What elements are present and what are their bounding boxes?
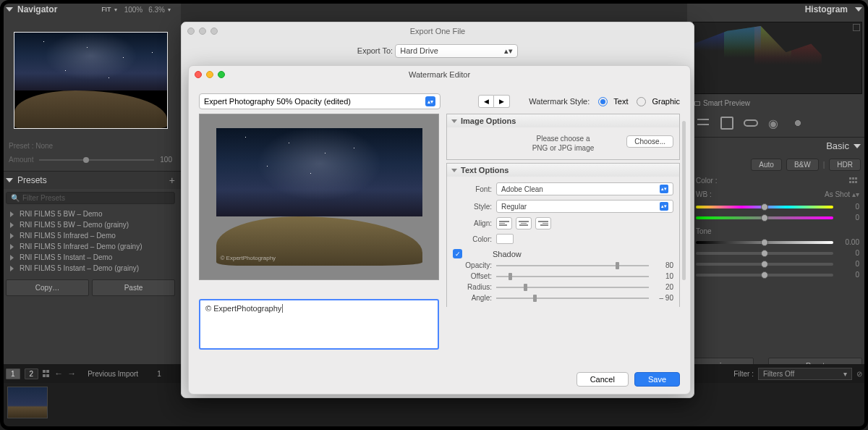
- tint-slider[interactable]: 0: [687, 212, 868, 223]
- text-options-header[interactable]: Text Options: [447, 164, 679, 177]
- clip-indicator-icon[interactable]: [853, 24, 860, 31]
- preset-item[interactable]: RNI FILMS 5 Infrared – Demo (grainy): [0, 241, 181, 252]
- align-center-button[interactable]: [516, 217, 532, 229]
- preset-item[interactable]: RNI FILMS 5 Instant – Demo (grainy): [0, 263, 181, 274]
- exposure-slider[interactable]: 0.00: [687, 237, 868, 248]
- basic-header[interactable]: Basic: [687, 137, 868, 154]
- forward-icon[interactable]: →: [67, 368, 76, 379]
- contrast-slider[interactable]: 0: [687, 248, 868, 258]
- redeye-icon[interactable]: [768, 117, 781, 130]
- disclosure-icon: [6, 7, 13, 12]
- paste-button[interactable]: Paste: [92, 279, 175, 296]
- monitor-1[interactable]: 1: [6, 368, 20, 379]
- mask-icon[interactable]: [791, 117, 804, 130]
- wb-dropdown[interactable]: As Shot: [825, 190, 850, 198]
- watermark-preset-dropdown[interactable]: Expert Photography 50% Opacity (edited)▴…: [199, 93, 441, 109]
- hdr-button[interactable]: HDR: [829, 159, 861, 171]
- add-preset-icon[interactable]: +: [169, 174, 175, 186]
- amount-slider[interactable]: [39, 159, 154, 161]
- right-panel: Histogram Smart Preview Basic Auto B&W |…: [687, 0, 868, 376]
- monitor-2[interactable]: 2: [25, 368, 39, 379]
- shadows-slider[interactable]: 0: [687, 269, 868, 280]
- watermark-dialog: Watermark Editor Expert Photography 50% …: [188, 65, 691, 395]
- search-icon: 🔍: [11, 194, 20, 202]
- chevron-icon: ▴▾: [425, 96, 435, 106]
- back-icon[interactable]: ←: [54, 368, 63, 379]
- next-image-button[interactable]: ▶: [494, 95, 510, 108]
- lock-icon[interactable]: ⊘: [856, 370, 862, 378]
- watermark-title: Watermark Editor: [189, 70, 690, 79]
- presets-list: RNI FILMS 5 BW – Demo RNI FILMS 5 BW – D…: [0, 207, 181, 275]
- auto-button[interactable]: Auto: [751, 159, 782, 171]
- style-graphic-radio[interactable]: [637, 97, 646, 106]
- shadow-checkbox[interactable]: ✓: [453, 249, 462, 258]
- image-options-header[interactable]: Image Options: [447, 114, 679, 127]
- font-dropdown[interactable]: Adobe Clean▴▾: [496, 182, 673, 195]
- watermark-preview: © ExpertPhotography: [199, 114, 439, 280]
- preset-item[interactable]: RNI FILMS 5 Infrared – Demo: [0, 230, 181, 241]
- navigator-thumbnail[interactable]: [14, 32, 168, 129]
- heal-icon[interactable]: [744, 119, 758, 127]
- temp-slider[interactable]: 0: [687, 201, 868, 212]
- radius-slider[interactable]: [496, 287, 649, 288]
- style-text-radio[interactable]: [598, 97, 608, 106]
- tool-strip: [687, 109, 868, 137]
- offset-slider[interactable]: [496, 276, 649, 277]
- histogram[interactable]: [693, 22, 862, 94]
- filmstrip-thumb[interactable]: [7, 387, 48, 418]
- align-left-button[interactable]: [496, 217, 512, 229]
- histogram-header[interactable]: Histogram: [687, 0, 868, 19]
- navigator-header[interactable]: Navigator FIT ▾ 100% 6.3% ▾: [0, 0, 181, 19]
- disclosure-icon: [854, 144, 861, 148]
- save-button[interactable]: Save: [634, 372, 680, 387]
- angle-slider[interactable]: [496, 298, 649, 299]
- grid-view-icon[interactable]: [43, 370, 50, 377]
- amount-row: Amount 100: [0, 151, 181, 171]
- bw-button[interactable]: B&W: [786, 159, 819, 171]
- filter-dropdown[interactable]: Filters Off▾: [758, 368, 852, 380]
- crop-icon[interactable]: [720, 117, 733, 130]
- smart-preview-label: Smart Preview: [687, 97, 868, 109]
- presets-header[interactable]: Presets +: [0, 171, 181, 189]
- font-style-dropdown[interactable]: Regular▴▾: [496, 200, 673, 213]
- preset-search[interactable]: 🔍 Filter Presets: [6, 192, 175, 204]
- watermark-overlay: © ExpertPhotography: [221, 255, 276, 261]
- export-title: Export One File: [182, 27, 694, 35]
- color-swatch[interactable]: [496, 234, 514, 244]
- prev-image-button[interactable]: ◀: [478, 95, 494, 108]
- cancel-button[interactable]: Cancel: [576, 372, 629, 387]
- export-to-dropdown[interactable]: Hard Drive▴▾: [395, 44, 518, 58]
- preset-item[interactable]: RNI FILMS 5 Instant – Demo: [0, 252, 181, 263]
- opacity-slider[interactable]: [496, 265, 649, 266]
- left-panel: Navigator FIT ▾ 100% 6.3% ▾ Preset : Non…: [0, 0, 181, 376]
- profile-grid-icon[interactable]: [849, 177, 859, 185]
- sliders-icon[interactable]: [697, 117, 710, 130]
- watermark-text-input[interactable]: © ExpertPhotography: [199, 299, 439, 350]
- preset-item[interactable]: RNI FILMS 5 BW – Demo: [0, 208, 181, 219]
- highlights-slider[interactable]: 0: [687, 258, 868, 269]
- copy-button[interactable]: Copy…: [6, 279, 89, 296]
- disclosure-icon: [6, 178, 13, 182]
- choose-image-button[interactable]: Choose...: [626, 135, 673, 148]
- preset-item[interactable]: RNI FILMS 5 BW – Demo (grainy): [0, 219, 181, 230]
- align-right-button[interactable]: [535, 217, 551, 229]
- disclosure-icon: [855, 7, 862, 12]
- source-label[interactable]: Previous Import: [88, 370, 138, 378]
- preset-none-label: Preset : None: [0, 129, 181, 151]
- scrollbar[interactable]: [682, 121, 686, 280]
